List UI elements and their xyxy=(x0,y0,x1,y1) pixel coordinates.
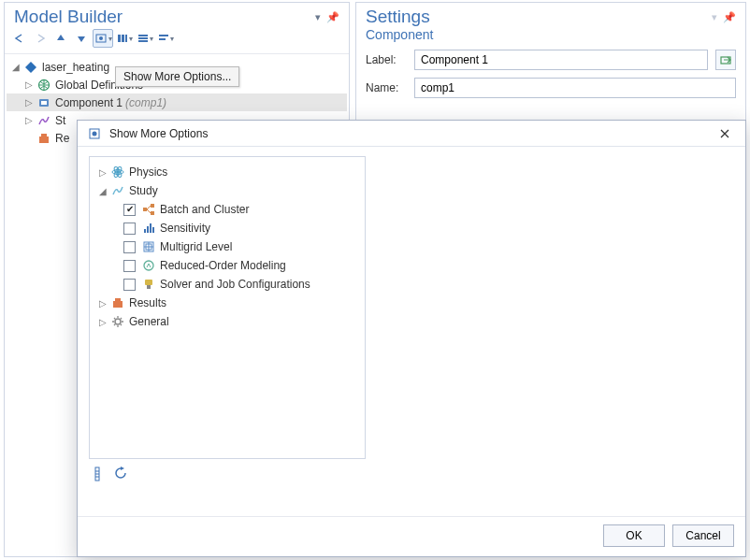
multigrid-icon xyxy=(141,239,156,254)
expand-icon[interactable]: ▷ xyxy=(97,297,108,309)
svg-rect-4 xyxy=(125,35,127,42)
checkbox[interactable] xyxy=(123,241,136,253)
nav-forward-icon[interactable] xyxy=(31,29,50,48)
model-builder-title-controls: ▾ 📌 xyxy=(315,11,339,23)
svg-rect-14 xyxy=(39,136,49,143)
model-icon xyxy=(23,60,38,75)
nav-down-icon[interactable] xyxy=(72,29,91,48)
dropdown-caret-icon[interactable]: ▾ xyxy=(315,11,321,23)
svg-rect-36 xyxy=(115,298,121,301)
svg-point-32 xyxy=(144,261,153,270)
dialog-study-item[interactable]: Multigrid Level xyxy=(94,237,361,256)
svg-point-37 xyxy=(115,319,121,324)
dialog-app-icon xyxy=(87,126,102,141)
settings-title-controls: ▾ 📌 xyxy=(712,11,736,23)
results-icon xyxy=(36,131,51,146)
svg-rect-23 xyxy=(143,208,147,211)
study-icon xyxy=(36,113,51,128)
show-more-options-button[interactable] xyxy=(93,29,113,48)
expand-mode-2-icon[interactable] xyxy=(136,29,154,48)
pin-icon[interactable]: 📌 xyxy=(326,11,339,23)
reset-icon[interactable] xyxy=(113,467,128,484)
collapse-icon[interactable]: ◢ xyxy=(97,185,108,196)
dialog-results-label: Results xyxy=(129,296,166,309)
component-icon xyxy=(36,95,51,110)
tree-results-label-trunc: Re xyxy=(55,132,69,145)
dialog-study-item[interactable]: Sensitivity xyxy=(94,219,361,237)
expand-all-icon[interactable] xyxy=(91,467,104,484)
sensitivity-icon xyxy=(141,221,156,236)
svg-rect-33 xyxy=(145,280,152,285)
settings-label-input[interactable] xyxy=(414,50,708,70)
settings-subtitle: Component xyxy=(356,27,745,46)
dropdown-caret-icon[interactable]: ▾ xyxy=(712,11,717,23)
checkbox[interactable] xyxy=(123,223,136,235)
dialog-titlebar[interactable]: Show More Options xyxy=(78,121,745,147)
tree-row-component[interactable]: ▷ Component 1 (comp1) xyxy=(7,93,347,111)
expand-mode-3-icon[interactable] xyxy=(156,29,175,48)
expand-icon[interactable]: ▷ xyxy=(97,316,108,327)
dialog-item-label: Multigrid Level xyxy=(160,240,232,253)
dialog-cancel-button[interactable]: Cancel xyxy=(672,524,734,547)
model-builder-title-row: Model Builder ▾ 📌 xyxy=(5,3,349,27)
svg-rect-34 xyxy=(147,285,151,289)
show-more-options-dialog: Show More Options ▷ Physics ◢ xyxy=(77,120,746,557)
nav-back-icon[interactable] xyxy=(10,29,29,48)
dialog-ok-button[interactable]: OK xyxy=(603,524,665,547)
dialog-footer: OK Cancel xyxy=(78,516,745,556)
tree-study-label-trunc: St xyxy=(55,114,65,127)
settings-label-caption: Label: xyxy=(366,53,407,66)
dialog-physics-label: Physics xyxy=(129,165,167,179)
dialog-study-item[interactable]: Reduced-Order Modeling xyxy=(94,256,361,275)
solver-icon xyxy=(141,277,156,292)
expand-mode-1-icon[interactable] xyxy=(115,29,134,48)
dialog-node-results[interactable]: ▷ Results xyxy=(94,294,361,312)
dialog-options-tree[interactable]: ▷ Physics ◢ Study xyxy=(89,156,366,459)
svg-rect-15 xyxy=(41,134,47,136)
dialog-item-label: Sensitivity xyxy=(160,222,210,235)
pin-icon[interactable]: 📌 xyxy=(723,11,736,23)
checkbox[interactable] xyxy=(123,279,136,291)
dialog-study-item[interactable]: Batch and Cluster xyxy=(94,200,361,219)
dialog-item-label: Solver and Job Configurations xyxy=(160,278,310,291)
dialog-node-physics[interactable]: ▷ Physics xyxy=(94,163,361,181)
show-more-options-tooltip: Show More Options... xyxy=(115,66,239,87)
dialog-title: Show More Options xyxy=(109,127,208,140)
expand-icon[interactable]: ▷ xyxy=(23,115,35,126)
study-icon xyxy=(110,183,125,198)
globe-icon xyxy=(36,78,51,93)
physics-icon xyxy=(110,165,125,179)
dialog-node-general[interactable]: ▷ General xyxy=(94,312,361,331)
svg-rect-28 xyxy=(150,223,151,233)
blank-twisty xyxy=(23,133,35,144)
dialog-node-study[interactable]: ◢ Study xyxy=(94,181,361,200)
results-icon xyxy=(110,295,125,310)
settings-name-input[interactable] xyxy=(414,78,736,98)
settings-name-row: Name: xyxy=(356,74,745,102)
svg-rect-13 xyxy=(41,101,47,105)
go-to-source-button[interactable] xyxy=(715,50,736,70)
collapse-icon[interactable]: ◢ xyxy=(10,62,22,73)
expand-icon[interactable]: ▷ xyxy=(23,97,35,108)
settings-name-caption: Name: xyxy=(366,81,407,94)
checkbox[interactable] xyxy=(123,204,136,216)
settings-label-row: Label: xyxy=(356,46,745,74)
nav-up-icon[interactable] xyxy=(51,29,70,48)
svg-rect-8 xyxy=(159,35,168,36)
svg-point-1 xyxy=(99,36,103,40)
dialog-study-item[interactable]: Solver and Job Configurations xyxy=(94,275,361,294)
svg-rect-35 xyxy=(113,301,123,308)
tree-component-label: Component 1 xyxy=(55,96,123,109)
dialog-body: ▷ Physics ◢ Study xyxy=(78,147,745,516)
dialog-item-label: Reduced-Order Modeling xyxy=(160,259,286,272)
tree-root-label: laser_heating xyxy=(42,61,109,74)
expand-icon[interactable]: ▷ xyxy=(23,79,35,91)
checkbox[interactable] xyxy=(123,260,136,272)
svg-point-18 xyxy=(93,131,97,136)
dialog-close-button[interactable] xyxy=(712,123,738,144)
svg-rect-9 xyxy=(159,38,166,40)
expand-icon[interactable]: ▷ xyxy=(97,166,108,178)
gear-icon xyxy=(110,314,125,329)
svg-rect-29 xyxy=(152,227,154,233)
svg-rect-2 xyxy=(118,35,121,42)
